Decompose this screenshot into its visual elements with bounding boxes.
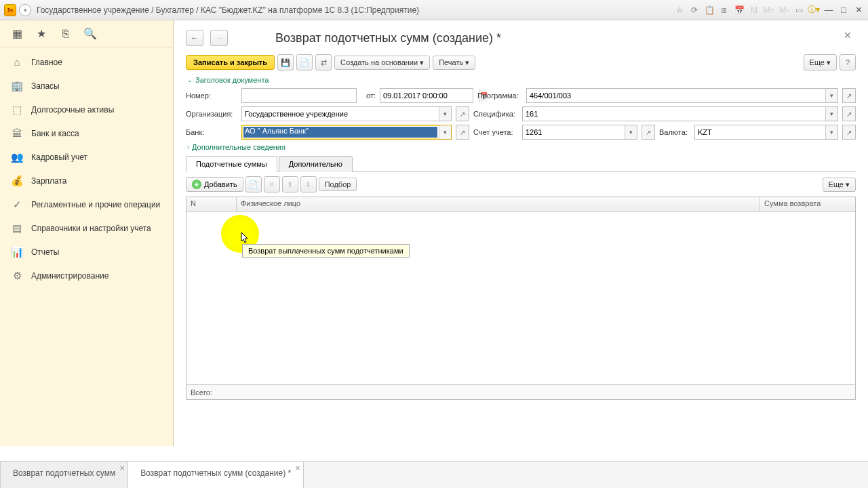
- currency-field[interactable]: ▾: [694, 125, 838, 140]
- sidebar-item-stock[interactable]: 🏢Запасы: [0, 74, 173, 98]
- sidebar-item-hr[interactable]: 👥Кадровый учет: [0, 145, 173, 169]
- sidebar-item-assets[interactable]: ⬚Долгосрочные активы: [0, 98, 173, 121]
- m-plus-button[interactable]: M+: [764, 5, 774, 16]
- move-up-button[interactable]: ⬆: [282, 176, 298, 192]
- dropdown-icon[interactable]: ▾: [825, 89, 837, 102]
- spec-field[interactable]: ▾: [522, 106, 838, 121]
- dt-kt-button[interactable]: ⇄: [315, 54, 332, 70]
- sidebar-item-bank[interactable]: 🏛Банк и касса: [0, 121, 173, 145]
- sidebar-item-salary[interactable]: 💰Зарплата: [0, 169, 173, 192]
- tab-additional[interactable]: Дополнительно: [279, 156, 353, 172]
- assets-icon: ⬚: [11, 104, 23, 116]
- currency-input[interactable]: [695, 125, 825, 139]
- dropdown-icon[interactable]: ▾: [625, 125, 637, 139]
- doc-header-section-toggle[interactable]: ⌄ Заголовок документа: [187, 76, 856, 84]
- open-icon[interactable]: ↗: [642, 125, 655, 140]
- print-dropdown[interactable]: Печать▾: [433, 56, 475, 70]
- close-icon[interactable]: ✕: [853, 5, 864, 16]
- open-icon[interactable]: ↗: [842, 106, 856, 121]
- back-button[interactable]: ←: [186, 30, 203, 46]
- org-field[interactable]: ▾: [241, 106, 452, 121]
- minimize-icon[interactable]: —: [823, 5, 834, 16]
- help-button[interactable]: ?: [840, 54, 856, 70]
- sidebar-item-reports[interactable]: 📊Отчеты: [0, 240, 173, 264]
- maximize-icon[interactable]: □: [838, 5, 849, 16]
- apps-icon[interactable]: ▦: [11, 28, 23, 40]
- move-down-button[interactable]: ⬇: [300, 176, 317, 192]
- program-input[interactable]: [527, 89, 825, 102]
- m-minus-button[interactable]: M-: [778, 5, 789, 16]
- account-label: Счет учета:: [473, 128, 518, 136]
- select-button[interactable]: Подбор: [319, 178, 357, 191]
- sidebar-item-label: Главное: [31, 58, 62, 67]
- org-input[interactable]: [242, 107, 439, 121]
- date-field[interactable]: 📅: [380, 88, 473, 103]
- sidebar-item-ops[interactable]: ✓Регламентные и прочие операции: [0, 192, 173, 216]
- search-icon[interactable]: 🔍: [84, 28, 96, 40]
- sidebar-item-label: Зарплата: [31, 176, 67, 186]
- tooltip: Возврат выплаченных сумм подотчетниками: [242, 244, 410, 258]
- titlebar-icons: ☆ ⟳ 📋 🗉 📅 M M+ M- ▭ ⓘ▾ — □ ✕: [674, 5, 864, 16]
- sidebar-item-admin[interactable]: ⚙Администрирование: [0, 264, 173, 287]
- dropdown-icon[interactable]: ▾: [825, 107, 837, 121]
- document-title: Возврат подотчетных сумм (создание) *: [275, 31, 501, 45]
- program-field[interactable]: ▾: [526, 88, 838, 103]
- bank-field[interactable]: АО " Альянс Банк" ▾: [241, 125, 452, 140]
- forward-button[interactable]: →: [210, 30, 228, 46]
- tab-amounts[interactable]: Подотчетные суммы: [186, 156, 277, 172]
- add-button[interactable]: +Добавить: [186, 177, 243, 192]
- col-n[interactable]: N: [186, 197, 237, 211]
- sidebar-item-refs[interactable]: ▤Справочники и настройки учета: [0, 216, 173, 240]
- open-icon[interactable]: ↗: [456, 125, 469, 140]
- m-button[interactable]: M: [749, 5, 760, 16]
- save-close-button[interactable]: Записать и закрыть: [186, 55, 275, 70]
- dropdown-icon[interactable]: ▾: [439, 107, 451, 121]
- table-more-dropdown[interactable]: Еще▾: [823, 178, 856, 192]
- date-input[interactable]: [380, 89, 479, 102]
- tab-close-icon[interactable]: ✕: [295, 464, 300, 472]
- post-button[interactable]: 📄: [296, 54, 313, 70]
- copy-button[interactable]: 📄: [245, 176, 262, 192]
- bank-input[interactable]: АО " Альянс Банк": [243, 127, 437, 138]
- clipboard-icon[interactable]: ⎘: [60, 28, 72, 40]
- sidebar-toolbar: ▦ ★ ⎘ 🔍: [0, 20, 173, 47]
- close-document-icon[interactable]: ✕: [844, 30, 852, 41]
- dropdown-icon[interactable]: ▾: [825, 125, 837, 139]
- spec-input[interactable]: [523, 107, 825, 121]
- calendar-icon[interactable]: 📅: [734, 5, 745, 16]
- home-icon: ⌂: [11, 56, 23, 68]
- bottom-tab-2[interactable]: Возврат подотчетных сумм (создание) * ✕: [128, 462, 304, 488]
- number-input[interactable]: [242, 89, 356, 102]
- additional-section-toggle[interactable]: › Дополнительные сведения: [187, 143, 856, 151]
- link-icon[interactable]: 📋: [704, 5, 715, 16]
- open-icon[interactable]: ↗: [842, 88, 856, 103]
- open-icon[interactable]: ↗: [842, 125, 856, 140]
- delete-button[interactable]: ✕: [264, 176, 280, 192]
- history-icon[interactable]: ⟳: [689, 5, 700, 16]
- open-icon[interactable]: ↗: [456, 106, 469, 121]
- account-input[interactable]: [523, 125, 625, 139]
- amounts-table: N Физическое лицо Сумма возврата Возврат…: [186, 197, 856, 400]
- create-based-dropdown[interactable]: Создать на основании▾: [334, 56, 430, 70]
- favorites-icon[interactable]: ☆: [674, 5, 685, 16]
- bottom-tab-1[interactable]: Возврат подотчетных сумм ✕: [0, 462, 128, 488]
- document-toolbar: Записать и закрыть 💾 📄 ⇄ Создать на осно…: [186, 54, 856, 70]
- cursor-icon: [241, 232, 250, 244]
- save-button[interactable]: 💾: [277, 54, 294, 70]
- number-field[interactable]: [241, 88, 357, 103]
- nav-back-icon[interactable]: ▾: [19, 4, 31, 16]
- sidebar-item-main[interactable]: ⌂Главное: [0, 50, 173, 74]
- sidebar-item-label: Запасы: [31, 81, 60, 91]
- panel-icon[interactable]: ▭: [793, 5, 804, 16]
- info-icon[interactable]: ⓘ▾: [808, 5, 819, 16]
- more-dropdown[interactable]: Еще▾: [804, 54, 837, 70]
- account-field[interactable]: ▾: [522, 125, 637, 140]
- chevron-down-icon: ▾: [420, 58, 424, 67]
- calc-icon[interactable]: 🗉: [719, 5, 730, 16]
- col-sum[interactable]: Сумма возврата: [760, 197, 855, 211]
- star-icon[interactable]: ★: [35, 28, 47, 40]
- dropdown-icon[interactable]: ▾: [439, 125, 451, 139]
- tab-bar: Подотчетные суммы Дополнительно: [186, 155, 856, 172]
- tab-close-icon[interactable]: ✕: [119, 464, 125, 472]
- col-person[interactable]: Физическое лицо: [237, 197, 760, 211]
